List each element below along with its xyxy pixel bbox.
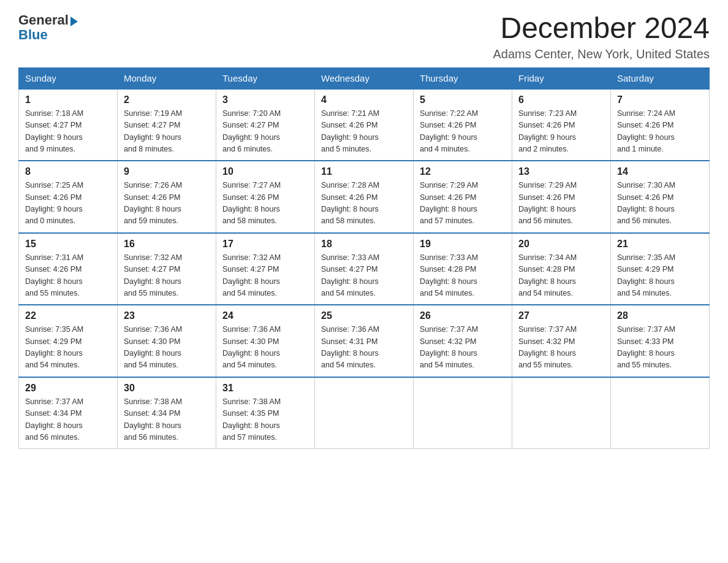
calendar-cell: 7Sunrise: 7:24 AM Sunset: 4:26 PM Daylig… xyxy=(611,89,710,161)
day-info: Sunrise: 7:33 AM Sunset: 4:27 PM Dayligh… xyxy=(321,252,407,300)
day-number: 25 xyxy=(321,310,407,321)
calendar-cell: 28Sunrise: 7:37 AM Sunset: 4:33 PM Dayli… xyxy=(611,305,710,377)
day-number: 10 xyxy=(222,166,308,177)
day-info: Sunrise: 7:36 AM Sunset: 4:30 PM Dayligh… xyxy=(124,324,210,372)
calendar-cell xyxy=(512,377,611,449)
day-info: Sunrise: 7:21 AM Sunset: 4:26 PM Dayligh… xyxy=(321,108,407,156)
column-header-tuesday: Tuesday xyxy=(216,67,315,89)
calendar-cell: 15Sunrise: 7:31 AM Sunset: 4:26 PM Dayli… xyxy=(19,233,118,305)
day-info: Sunrise: 7:34 AM Sunset: 4:28 PM Dayligh… xyxy=(518,252,604,300)
day-info: Sunrise: 7:37 AM Sunset: 4:33 PM Dayligh… xyxy=(617,324,703,372)
calendar-cell: 1Sunrise: 7:18 AM Sunset: 4:27 PM Daylig… xyxy=(19,89,118,161)
calendar-cell xyxy=(414,377,512,449)
day-info: Sunrise: 7:29 AM Sunset: 4:26 PM Dayligh… xyxy=(518,180,604,228)
day-number: 18 xyxy=(321,239,407,250)
day-info: Sunrise: 7:31 AM Sunset: 4:26 PM Dayligh… xyxy=(25,252,111,300)
day-info: Sunrise: 7:37 AM Sunset: 4:34 PM Dayligh… xyxy=(25,396,111,444)
calendar-cell: 14Sunrise: 7:30 AM Sunset: 4:26 PM Dayli… xyxy=(611,161,710,233)
calendar-cell: 21Sunrise: 7:35 AM Sunset: 4:29 PM Dayli… xyxy=(611,233,710,305)
day-info: Sunrise: 7:35 AM Sunset: 4:29 PM Dayligh… xyxy=(617,252,703,300)
calendar-week-row: 1Sunrise: 7:18 AM Sunset: 4:27 PM Daylig… xyxy=(19,89,710,161)
day-info: Sunrise: 7:32 AM Sunset: 4:27 PM Dayligh… xyxy=(222,252,308,300)
calendar-cell: 30Sunrise: 7:38 AM Sunset: 4:34 PM Dayli… xyxy=(118,377,216,449)
day-number: 7 xyxy=(617,94,703,105)
day-info: Sunrise: 7:22 AM Sunset: 4:26 PM Dayligh… xyxy=(420,108,506,156)
day-number: 21 xyxy=(617,239,703,250)
day-info: Sunrise: 7:19 AM Sunset: 4:27 PM Dayligh… xyxy=(124,108,210,156)
day-number: 17 xyxy=(222,239,308,250)
day-info: Sunrise: 7:24 AM Sunset: 4:26 PM Dayligh… xyxy=(617,108,703,156)
calendar-cell: 29Sunrise: 7:37 AM Sunset: 4:34 PM Dayli… xyxy=(19,377,118,449)
calendar-cell: 9Sunrise: 7:26 AM Sunset: 4:26 PM Daylig… xyxy=(118,161,216,233)
day-info: Sunrise: 7:20 AM Sunset: 4:27 PM Dayligh… xyxy=(222,108,308,156)
day-info: Sunrise: 7:38 AM Sunset: 4:34 PM Dayligh… xyxy=(124,396,210,444)
logo: General Blue xyxy=(18,12,78,43)
calendar-cell: 5Sunrise: 7:22 AM Sunset: 4:26 PM Daylig… xyxy=(414,89,512,161)
day-info: Sunrise: 7:32 AM Sunset: 4:27 PM Dayligh… xyxy=(124,252,210,300)
calendar-cell: 12Sunrise: 7:29 AM Sunset: 4:26 PM Dayli… xyxy=(414,161,512,233)
day-info: Sunrise: 7:35 AM Sunset: 4:29 PM Dayligh… xyxy=(25,324,111,372)
calendar-cell: 31Sunrise: 7:38 AM Sunset: 4:35 PM Dayli… xyxy=(216,377,315,449)
calendar-cell: 10Sunrise: 7:27 AM Sunset: 4:26 PM Dayli… xyxy=(216,161,315,233)
calendar-cell: 18Sunrise: 7:33 AM Sunset: 4:27 PM Dayli… xyxy=(315,233,414,305)
day-number: 6 xyxy=(518,94,604,105)
column-header-wednesday: Wednesday xyxy=(315,67,414,89)
calendar-cell: 8Sunrise: 7:25 AM Sunset: 4:26 PM Daylig… xyxy=(19,161,118,233)
day-info: Sunrise: 7:33 AM Sunset: 4:28 PM Dayligh… xyxy=(420,252,506,300)
day-info: Sunrise: 7:26 AM Sunset: 4:26 PM Dayligh… xyxy=(124,180,210,228)
calendar-week-row: 29Sunrise: 7:37 AM Sunset: 4:34 PM Dayli… xyxy=(19,377,710,449)
day-number: 4 xyxy=(321,94,407,105)
day-number: 30 xyxy=(124,383,210,394)
day-number: 5 xyxy=(420,94,506,105)
day-number: 27 xyxy=(518,310,604,321)
calendar-week-row: 8Sunrise: 7:25 AM Sunset: 4:26 PM Daylig… xyxy=(19,161,710,233)
day-number: 19 xyxy=(420,239,506,250)
column-header-saturday: Saturday xyxy=(611,67,710,89)
day-number: 26 xyxy=(420,310,506,321)
day-number: 16 xyxy=(124,239,210,250)
calendar-cell: 23Sunrise: 7:36 AM Sunset: 4:30 PM Dayli… xyxy=(118,305,216,377)
day-number: 15 xyxy=(25,239,111,250)
day-info: Sunrise: 7:29 AM Sunset: 4:26 PM Dayligh… xyxy=(420,180,506,228)
calendar-header-row: SundayMondayTuesdayWednesdayThursdayFrid… xyxy=(19,67,710,89)
calendar-cell: 27Sunrise: 7:37 AM Sunset: 4:32 PM Dayli… xyxy=(512,305,611,377)
calendar-cell: 20Sunrise: 7:34 AM Sunset: 4:28 PM Dayli… xyxy=(512,233,611,305)
title-section: December 2024 Adams Center, New York, Un… xyxy=(493,12,710,61)
day-info: Sunrise: 7:36 AM Sunset: 4:31 PM Dayligh… xyxy=(321,324,407,372)
day-number: 11 xyxy=(321,166,407,177)
day-number: 1 xyxy=(25,94,111,105)
day-number: 23 xyxy=(124,310,210,321)
day-number: 9 xyxy=(124,166,210,177)
calendar-cell: 22Sunrise: 7:35 AM Sunset: 4:29 PM Dayli… xyxy=(19,305,118,377)
calendar-cell: 2Sunrise: 7:19 AM Sunset: 4:27 PM Daylig… xyxy=(118,89,216,161)
month-title: December 2024 xyxy=(493,12,710,45)
day-info: Sunrise: 7:25 AM Sunset: 4:26 PM Dayligh… xyxy=(25,180,111,228)
column-header-friday: Friday xyxy=(512,67,611,89)
day-number: 12 xyxy=(420,166,506,177)
calendar-cell: 26Sunrise: 7:37 AM Sunset: 4:32 PM Dayli… xyxy=(414,305,512,377)
day-number: 22 xyxy=(25,310,111,321)
calendar-cell: 17Sunrise: 7:32 AM Sunset: 4:27 PM Dayli… xyxy=(216,233,315,305)
day-number: 2 xyxy=(124,94,210,105)
day-info: Sunrise: 7:30 AM Sunset: 4:26 PM Dayligh… xyxy=(617,180,703,228)
column-header-sunday: Sunday xyxy=(19,67,118,89)
calendar-table: SundayMondayTuesdayWednesdayThursdayFrid… xyxy=(18,67,710,450)
day-number: 13 xyxy=(518,166,604,177)
calendar-week-row: 15Sunrise: 7:31 AM Sunset: 4:26 PM Dayli… xyxy=(19,233,710,305)
calendar-cell: 19Sunrise: 7:33 AM Sunset: 4:28 PM Dayli… xyxy=(414,233,512,305)
calendar-cell: 13Sunrise: 7:29 AM Sunset: 4:26 PM Dayli… xyxy=(512,161,611,233)
calendar-cell: 3Sunrise: 7:20 AM Sunset: 4:27 PM Daylig… xyxy=(216,89,315,161)
calendar-cell xyxy=(315,377,414,449)
calendar-cell: 16Sunrise: 7:32 AM Sunset: 4:27 PM Dayli… xyxy=(118,233,216,305)
day-info: Sunrise: 7:38 AM Sunset: 4:35 PM Dayligh… xyxy=(222,396,308,444)
calendar-cell xyxy=(611,377,710,449)
page-header: General Blue December 2024 Adams Center,… xyxy=(18,12,710,61)
day-number: 24 xyxy=(222,310,308,321)
calendar-week-row: 22Sunrise: 7:35 AM Sunset: 4:29 PM Dayli… xyxy=(19,305,710,377)
day-info: Sunrise: 7:18 AM Sunset: 4:27 PM Dayligh… xyxy=(25,108,111,156)
calendar-cell: 24Sunrise: 7:36 AM Sunset: 4:30 PM Dayli… xyxy=(216,305,315,377)
logo-general-text: General xyxy=(18,12,69,28)
location-subtitle: Adams Center, New York, United States xyxy=(493,47,710,61)
day-number: 31 xyxy=(222,383,308,394)
day-number: 20 xyxy=(518,239,604,250)
